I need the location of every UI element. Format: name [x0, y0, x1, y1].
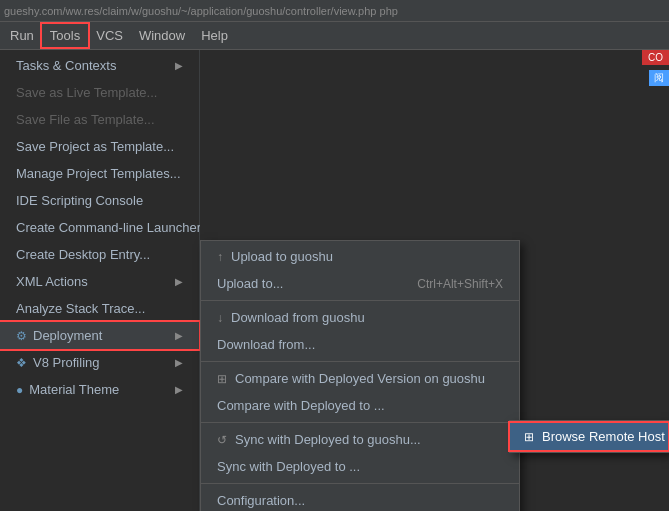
deployment-submenu: ↑ Upload to guoshu Upload to... Ctrl+Alt… [200, 240, 520, 511]
upload-icon: ↑ [217, 250, 223, 264]
tools-menu: Tasks & Contexts ▶ Save as Live Template… [0, 50, 200, 511]
menu-tools[interactable]: Tools [42, 24, 88, 47]
menu-run[interactable]: Run [2, 24, 42, 47]
menu-vcs[interactable]: VCS [88, 24, 131, 47]
submenu-compare-to[interactable]: Compare with Deployed to ... [201, 392, 519, 419]
corner-badge: CO [642, 50, 669, 65]
sidebar-item-v8[interactable]: ❖ V8 Profiling ▶ [0, 349, 199, 376]
submenu-divider-3 [201, 422, 519, 423]
arrow-icon: ▶ [175, 60, 183, 71]
sidebar-item-cmd-launcher[interactable]: Create Command-line Launcher... [0, 214, 199, 241]
submenu-divider-4 [201, 483, 519, 484]
submenu-download-guoshu[interactable]: ↓ Download from guoshu [201, 304, 519, 331]
cn-badge: 阅 [649, 70, 669, 86]
sidebar-item-save-file: Save File as Template... [0, 106, 199, 133]
arrow-icon: ▶ [175, 276, 183, 287]
menu-bar: Run Tools VCS Window Help [0, 22, 669, 50]
submenu-sync-to[interactable]: Sync with Deployed to ... [201, 453, 519, 480]
sidebar-item-tasks[interactable]: Tasks & Contexts ▶ [0, 52, 199, 79]
download-icon: ↓ [217, 311, 223, 325]
sidebar-item-desktop-entry[interactable]: Create Desktop Entry... [0, 241, 199, 268]
top-bar-text: gueshy.com/ww.res/claim/w/guoshu/~/appli… [4, 5, 398, 17]
browse-remote-submenu: ⊞ Browse Remote Host [509, 420, 669, 453]
arrow-icon: ▶ [175, 357, 183, 368]
submenu-upload-guoshu[interactable]: ↑ Upload to guoshu [201, 243, 519, 270]
shortcut-text: Ctrl+Alt+Shift+X [417, 277, 503, 291]
submenu-configuration[interactable]: Configuration... [201, 487, 519, 511]
sidebar-item-deployment[interactable]: ⚙ Deployment ▶ [0, 322, 199, 349]
sidebar-item-save-live: Save as Live Template... [0, 79, 199, 106]
main-area: Tasks & Contexts ▶ Save as Live Template… [0, 50, 669, 511]
top-bar: gueshy.com/ww.res/claim/w/guoshu/~/appli… [0, 0, 669, 22]
arrow-icon: ▶ [175, 330, 183, 341]
sidebar-item-manage-project[interactable]: Manage Project Templates... [0, 160, 199, 187]
submenu-divider-2 [201, 361, 519, 362]
sidebar-item-save-project[interactable]: Save Project as Template... [0, 133, 199, 160]
sidebar-item-material[interactable]: ● Material Theme ▶ [0, 376, 199, 403]
deployment-icon: ⚙ [16, 329, 27, 343]
sync-icon: ↺ [217, 433, 227, 447]
menu-window[interactable]: Window [131, 24, 193, 47]
v8-icon: ❖ [16, 356, 27, 370]
sidebar-item-analyze-stack[interactable]: Analyze Stack Trace... [0, 295, 199, 322]
material-icon: ● [16, 383, 23, 397]
arrow-icon: ▶ [175, 384, 183, 395]
sidebar-item-xml-actions[interactable]: XML Actions ▶ [0, 268, 199, 295]
compare-icon: ⊞ [217, 372, 227, 386]
browse-remote-host-item[interactable]: ⊞ Browse Remote Host [510, 423, 668, 450]
submenu-sync-guoshu[interactable]: ↺ Sync with Deployed to guoshu... [201, 426, 519, 453]
browse-host-icon: ⊞ [524, 430, 534, 444]
sidebar-item-ide-scripting[interactable]: IDE Scripting Console [0, 187, 199, 214]
submenu-divider [201, 300, 519, 301]
submenu-upload-to[interactable]: Upload to... Ctrl+Alt+Shift+X [201, 270, 519, 297]
submenu-compare-deployed[interactable]: ⊞ Compare with Deployed Version on guosh… [201, 365, 519, 392]
submenu-download-from[interactable]: Download from... [201, 331, 519, 358]
menu-help[interactable]: Help [193, 24, 236, 47]
